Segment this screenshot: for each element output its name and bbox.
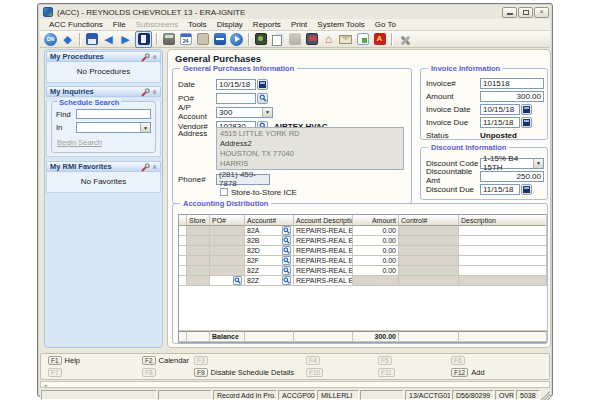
discountable-amt-field[interactable]: 250.00 <box>480 171 544 182</box>
discount-due-field[interactable]: 11/15/18 <box>480 184 520 195</box>
panel-my-inquiries-header[interactable]: My Inquiries » <box>46 86 161 97</box>
account-cell[interactable]: 82Z <box>245 276 294 286</box>
po-search-button[interactable] <box>257 93 268 104</box>
menu-go-to[interactable]: Go To <box>370 20 401 29</box>
exit-screen-icon[interactable] <box>135 31 152 48</box>
f1-key[interactable]: F1 <box>48 356 62 365</box>
desc-cell[interactable] <box>459 256 547 266</box>
close-button[interactable]: × <box>534 7 549 18</box>
account-search-button[interactable] <box>282 266 291 275</box>
date-calendar-button[interactable] <box>257 79 268 90</box>
discount-due-calendar-button[interactable] <box>521 184 532 195</box>
amount-cell[interactable]: 0.00 <box>353 246 399 256</box>
calendar-icon[interactable]: 24 <box>178 32 193 47</box>
amount-cell[interactable]: 0.00 <box>353 226 399 236</box>
reynolds-on-icon[interactable]: ON <box>43 32 58 47</box>
accounting-table: Store PO# Account# Account Description A… <box>178 214 547 343</box>
resize-grip[interactable] <box>541 390 550 400</box>
menu-file[interactable]: File <box>108 20 131 29</box>
amount-cell[interactable]: 0.00 <box>353 236 399 246</box>
documentation-icon[interactable] <box>212 32 227 47</box>
account-cell[interactable]: 82Z <box>245 266 294 276</box>
copy-screens-icon[interactable] <box>270 32 285 47</box>
play-icon[interactable] <box>229 32 244 47</box>
account-cell[interactable]: 82A <box>245 226 294 236</box>
menu-print[interactable]: Print <box>286 20 312 29</box>
notes-icon[interactable] <box>355 32 370 47</box>
po-search-button[interactable] <box>233 276 242 285</box>
collapse-icon[interactable]: » <box>151 164 159 168</box>
desc-cell[interactable] <box>459 236 547 246</box>
panel-my-rmi-favorites-header[interactable]: My RMI Favorites » <box>46 161 161 172</box>
menu-acc-functions[interactable]: ACC Functions <box>44 20 108 29</box>
menu-system-tools[interactable]: System Tools <box>312 20 369 29</box>
logout-door-icon[interactable] <box>195 32 210 47</box>
address-line4: HARRIS <box>220 159 400 169</box>
po-cell[interactable] <box>210 276 245 286</box>
chevron-down-icon[interactable]: ▼ <box>533 159 543 168</box>
collapse-icon[interactable]: » <box>151 54 159 58</box>
desc-cell[interactable] <box>459 266 547 276</box>
find-input[interactable] <box>76 109 151 119</box>
account-search-button[interactable] <box>282 256 291 265</box>
in-select[interactable]: ▼ <box>76 122 151 133</box>
account-search-button[interactable] <box>282 226 291 235</box>
find-label: Find <box>56 110 76 119</box>
amount-cell[interactable]: 0.00 <box>353 266 399 276</box>
screens-icon[interactable] <box>253 32 268 47</box>
invoice-number-field[interactable]: 101518 <box>480 78 544 89</box>
store-to-store-ice-checkbox[interactable] <box>220 188 228 196</box>
acct-desc-cell: REPAIRS-REAL E... <box>294 256 353 266</box>
panel-my-procedures-header[interactable]: My Procedures » <box>46 51 161 62</box>
save-icon[interactable] <box>84 32 99 47</box>
address-box: 4515 LITTLE YORK RD Address2 HOUSTON, TX… <box>216 127 404 170</box>
invoice-date-calendar-button[interactable] <box>521 104 532 115</box>
wrench-icon[interactable] <box>141 158 150 176</box>
forward-icon[interactable]: ▶ <box>118 32 133 47</box>
col-header-amount: Amount <box>353 215 399 226</box>
chevron-down-icon[interactable]: ▼ <box>140 123 150 132</box>
monitor-icon[interactable] <box>304 32 319 47</box>
f2-key[interactable]: F2 <box>142 356 156 365</box>
mail-icon[interactable] <box>338 32 353 47</box>
date-field[interactable]: 10/15/18 <box>216 79 256 90</box>
invoice-due-field[interactable]: 11/15/18 <box>480 117 520 128</box>
wrench-icon[interactable] <box>141 48 150 66</box>
amount-cell[interactable]: 0.00 <box>353 256 399 266</box>
begin-search-link[interactable]: Begin Search <box>57 138 102 147</box>
account-search-button[interactable] <box>282 236 291 245</box>
invoice-date-field[interactable]: 10/15/18 <box>480 104 520 115</box>
account-cell[interactable]: 82D <box>245 246 294 256</box>
menu-tools[interactable]: Tools <box>183 20 212 29</box>
calendar-icon <box>259 81 266 88</box>
account-search-button[interactable] <box>282 276 291 285</box>
discount-code-select[interactable]: 1-15% B4 15TH▼ <box>480 158 544 169</box>
minimize-button[interactable] <box>502 7 517 18</box>
menu-reports[interactable]: Reports <box>248 20 286 29</box>
f9-key[interactable]: F9 <box>194 368 208 377</box>
accounting-icon[interactable]: A <box>372 32 387 47</box>
account-cell[interactable]: 82B <box>245 236 294 246</box>
desc-cell[interactable] <box>459 226 547 236</box>
maximize-button[interactable] <box>518 7 533 18</box>
desc-cell[interactable] <box>459 246 547 256</box>
po-field[interactable] <box>216 93 256 104</box>
navigator-icon[interactable]: ◆ <box>60 32 75 47</box>
f12-key[interactable]: F12 <box>451 368 468 377</box>
menu-display[interactable]: Display <box>212 20 248 29</box>
back-icon[interactable]: ◀ <box>101 32 116 47</box>
ap-account-select[interactable]: 300▼ <box>216 107 273 118</box>
title-bar[interactable]: (ACC) - REYNOLDS CHEVROLET 13 - ERA-IGNI… <box>40 5 550 19</box>
account-cell[interactable]: 82F <box>245 256 294 266</box>
collapse-icon[interactable]: » <box>151 89 159 93</box>
chevron-down-icon[interactable]: ▼ <box>262 108 272 117</box>
amount-field[interactable]: 300.00 <box>480 91 544 102</box>
wrench-icon[interactable] <box>141 83 150 101</box>
invoice-due-calendar-button[interactable] <box>521 117 532 128</box>
home-icon[interactable]: ⌂ <box>321 32 336 47</box>
account-search-button[interactable] <box>282 246 291 255</box>
message-expander-bar[interactable]: » <box>40 381 550 388</box>
toolbar: ON ◆ ◀ ▶ 24 ⌂ A <box>40 31 550 48</box>
tools-icon[interactable] <box>396 32 411 47</box>
calculator-icon[interactable] <box>161 32 176 47</box>
